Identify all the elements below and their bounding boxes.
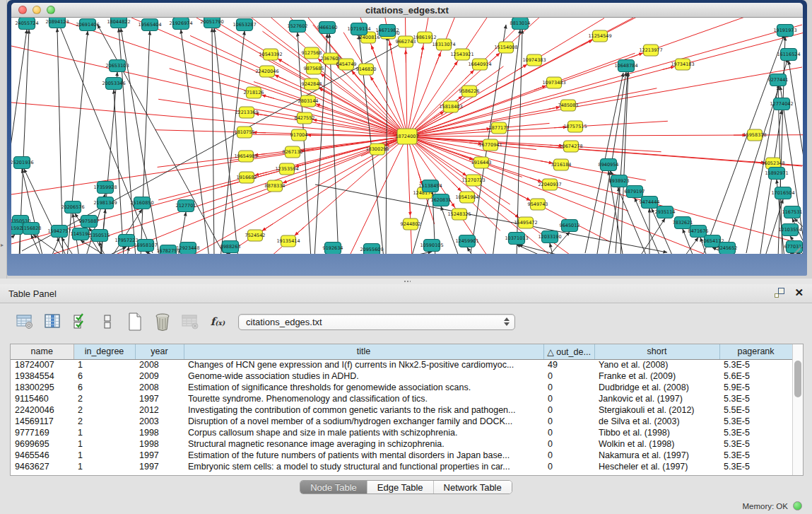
graph-node[interactable]: 8988263 [220,241,241,253]
graph-node-cited[interactable]: 8427552 [295,112,315,124]
graph-node[interactable]: 16958107 [134,240,157,252]
graph-node-cited[interactable]: 12543921 [450,49,473,60]
graph-node-cited[interactable]: 19135414 [276,235,300,247]
graph-node[interactable]: 2935114 [655,206,676,218]
graph-node[interactable]: 14671982 [375,25,399,37]
graph-node-cited[interactable]: 18757515 [563,121,587,132]
graph-node[interactable]: 12033190 [538,231,561,243]
table-row[interactable]: 1830029562008Estimation of significance … [11,382,792,393]
graph-node[interactable]: 1145194 [71,228,91,240]
graph-node-cited[interactable]: 3216184 [551,159,572,170]
graph-node-cited[interactable]: 10674278 [559,141,582,152]
graph-node[interactable]: 1167531 [782,206,803,218]
graph-node[interactable]: 20955609 [360,244,383,255]
close-panel-icon[interactable]: ✕ [794,288,804,298]
row-height-icon[interactable] [97,311,118,332]
graph-node[interactable]: 15942757 [47,226,71,238]
graph-node[interactable]: 1156828 [21,223,42,235]
float-panel-icon[interactable] [775,288,784,298]
graph-node[interactable]: 21981349 [93,197,117,209]
graph-node-cited[interactable]: 9875685 [304,63,324,74]
graph-node[interactable]: 19191973 [773,25,796,37]
delete-column-icon[interactable] [152,311,173,332]
graph-node[interactable]: 15138454 [418,180,442,192]
graph-node-cited[interactable]: 8878334 [265,180,286,192]
graph-node[interactable]: 9474444 [640,197,660,209]
graph-node-cited[interactable]: 9127568 [302,47,322,59]
table-selector-dropdown[interactable]: citations_edges.txt [238,314,515,330]
graph-node[interactable]: 12459901 [455,235,478,247]
graph-node[interactable]: 8940954 [599,159,619,171]
graph-node-cited[interactable]: 1810755 [235,127,255,138]
graph-node[interactable]: 16116524 [777,49,800,61]
tab-network-table[interactable]: Network Table [434,481,512,493]
graph-node[interactable]: 10648784 [614,60,637,72]
graph-node-cited[interactable]: 10543392 [259,49,282,60]
graph-node[interactable]: 9245652 [717,243,738,255]
graph-node-cited[interactable]: 9244802 [401,218,421,230]
graph-node-cited[interactable]: 19734183 [671,59,694,70]
graph-node[interactable]: 12923448 [176,243,199,255]
table-settings-icon[interactable] [14,311,35,332]
graph-node[interactable]: 1527602 [288,21,308,33]
table-row[interactable]: 1872400712008Changes of HCN gene express… [11,359,792,370]
column-header-out_de[interactable]: △ out_de... [543,344,594,359]
graph-node[interactable]: 1350515 [90,230,110,242]
table-row[interactable]: 946362711997Embryonic stem cells: a mode… [11,461,792,472]
graph-node-cited[interactable]: 7485083 [558,100,579,111]
graph-node[interactable]: 20051790 [200,18,223,28]
graph-node[interactable]: 21926974 [169,18,192,30]
graph-node[interactable]: 17016504 [771,187,794,199]
graph-node-cited[interactable]: 8454749 [336,59,357,70]
window-resize-grip[interactable] [792,243,802,253]
table-vertical-scrollbar[interactable] [792,344,803,475]
graph-node[interactable]: 10371013 [505,233,528,245]
graph-node[interactable]: 19565404 [138,19,161,31]
panel-splitter[interactable] [0,279,812,284]
graph-node-cited[interactable]: 22040937 [538,179,561,190]
graph-node-cited[interactable]: 19654985 [234,151,257,162]
graph-node[interactable]: 10653287 [233,19,256,31]
table-row[interactable]: 969969511998Structural magnetic resonanc… [11,438,792,450]
column-header-pagerank[interactable]: pagerank [719,344,792,359]
graph-node[interactable]: 10719134 [347,23,370,35]
graph-node[interactable]: 25160850 [130,197,153,209]
scrollbar-thumb[interactable] [794,361,801,397]
graph-node[interactable]: 15892971 [765,168,788,180]
graph-node-cited[interactable]: 8267130 [283,146,303,158]
graph-node[interactable]: 9192634 [323,243,343,255]
graph-node-cited[interactable]: 15248325 [447,209,471,220]
graph-node-cited[interactable]: 18313074 [432,39,455,50]
column-header-in_degree[interactable]: in_degree [73,344,135,359]
tab-node-table[interactable]: Node Table [300,481,367,493]
graph-node[interactable]: 9277441 [768,74,789,86]
column-select-icon[interactable] [69,311,90,332]
table-row[interactable]: 977716911998Corpus callosum shape and si… [11,427,792,438]
new-column-icon[interactable] [124,311,146,332]
graph-node[interactable]: 25201936 [11,157,34,169]
graph-node[interactable]: 20894123 [45,18,69,28]
network-window-titlebar[interactable]: citations_edges.txt [11,3,803,18]
graph-node-cited[interactable]: 12213369 [235,107,258,118]
graph-node-cited[interactable]: 1877177 [489,122,510,134]
graph-node[interactable]: 1620831 [431,194,452,206]
graph-node-cited[interactable]: 9549743 [528,199,548,210]
function-builder-icon[interactable]: f(x) [207,311,228,332]
table-row[interactable]: 1938455462009Genome-wide association stu… [11,370,792,382]
column-header-name[interactable]: name [11,344,73,359]
column-header-title[interactable]: title [184,344,543,359]
column-header-short[interactable]: short [594,344,719,359]
graph-node-hub[interactable]: 18724007 [395,129,418,144]
table-row[interactable]: 946554611997Estimation of the future num… [11,450,792,461]
graph-node[interactable]: 8938923 [609,175,630,187]
table-row[interactable]: 2242004622012Investigating the contribut… [11,404,792,416]
graph-node[interactable]: 20691406 [76,19,99,31]
table-row[interactable]: 911546021997Tourette syndrome. Phenomeno… [11,393,792,404]
graph-node[interactable]: 20206576 [61,201,84,214]
graph-node[interactable]: 20053346 [102,78,125,90]
graph-node-cited[interactable]: 1916443 [471,157,492,168]
graph-node-cited[interactable]: 917004 [290,129,308,141]
graph-node[interactable]: 20653103 [105,60,129,72]
column-visibility-icon[interactable] [42,311,63,332]
graph-node[interactable]: 24055724 [15,18,38,30]
